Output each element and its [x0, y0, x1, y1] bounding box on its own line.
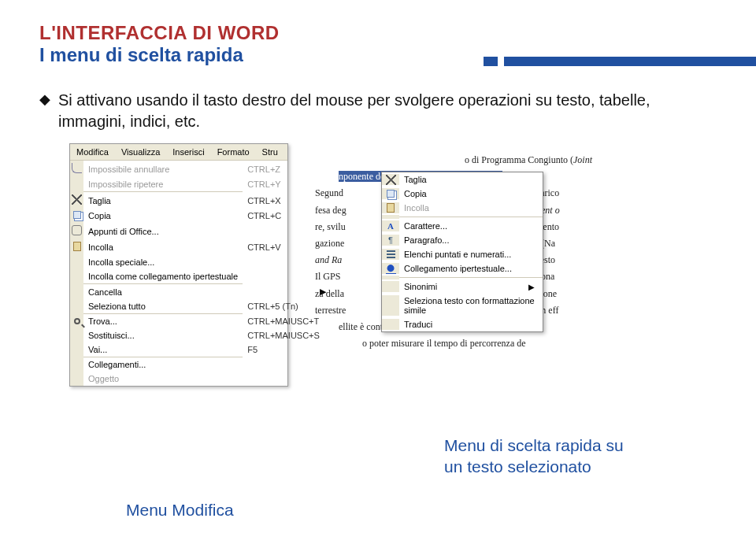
context-menu-item[interactable]: Elenchi puntati e numerati... — [382, 247, 543, 261]
context-menu-figure: o di Programma Congiunto (Joint nponente… — [312, 148, 650, 408]
menu-item-label: Cancella — [83, 284, 243, 299]
header-accent-small — [484, 57, 498, 66]
link-icon: ⬤ — [382, 263, 399, 274]
context-menu-item[interactable]: Taglia — [382, 172, 543, 187]
context-menu-item: Incolla — [382, 201, 543, 215]
copy-icon — [70, 209, 83, 223]
cut-icon — [70, 192, 83, 209]
menu-item[interactable]: Trova...CTRL+MAIUSC+T — [70, 314, 331, 328]
bullet-icon: ◆ — [39, 90, 50, 109]
blank-icon — [70, 342, 83, 357]
menu-item-label: Vai... — [83, 342, 243, 357]
blank-icon — [70, 284, 83, 299]
menubar-item[interactable]: Stru — [256, 146, 284, 158]
menubar-item[interactable]: Modifica — [70, 146, 115, 158]
menu-item[interactable]: CopiaCTRL+C — [70, 209, 331, 223]
paste-icon — [70, 239, 83, 255]
context-menu-label: Collegamento ipertestuale... — [404, 263, 538, 274]
list-icon — [382, 249, 399, 260]
context-menu-item[interactable]: ACarattere... — [382, 219, 543, 233]
blank-icon — [382, 281, 399, 292]
menu-item-label: Incolla — [83, 239, 243, 255]
menu-item-label: Oggetto — [83, 372, 243, 386]
menu-item-label: Incolla come collegamento ipertestuale — [83, 269, 243, 283]
menubar-item[interactable]: Inserisci — [166, 146, 210, 158]
menu-item[interactable]: Sostituisci...CTRL+MAIUSC+S — [70, 328, 331, 342]
context-menu-label: Sinonimi — [404, 281, 528, 292]
menu-item-label: Impossibile ripetere — [83, 177, 243, 191]
title-line-1: L'INTERFACCIA DI WORD — [39, 22, 756, 44]
menu-item[interactable]: TagliaCTRL+X — [70, 192, 331, 209]
context-menu-label: Taglia — [404, 174, 538, 185]
blank-icon — [70, 372, 83, 386]
char-icon: A — [382, 220, 399, 231]
modifica-menu-items: Impossibile annullareCTRL+ZImpossibile r… — [70, 161, 331, 386]
submenu-arrow-icon: ▶ — [528, 283, 538, 291]
body-bullet: ◆ Si attivano usando il tasto destro del… — [0, 66, 756, 143]
menu-item[interactable]: Cancella▶ — [70, 284, 331, 299]
cut-icon — [382, 174, 399, 185]
menu-item-label: Copia — [83, 209, 243, 223]
clip-icon — [70, 223, 83, 239]
paste-icon — [382, 202, 399, 213]
context-menu-panel: TagliaCopiaIncollaACarattere...¶Paragraf… — [381, 172, 543, 332]
context-menu-item[interactable]: Seleziona testo con formattazione simile — [382, 294, 543, 317]
menu-item-label: Impossibile annullare — [83, 161, 243, 177]
caption-modifica-menu: Menu Modifica — [126, 501, 234, 520]
find-icon — [70, 314, 83, 328]
context-menu-label: Copia — [404, 188, 538, 199]
context-menu-item[interactable]: Traduci — [382, 317, 543, 331]
copy-icon — [382, 188, 399, 199]
menubar-item[interactable]: Formato — [211, 146, 256, 158]
menu-item-label: Appunti di Office... — [83, 223, 243, 239]
context-menu-label: Carattere... — [404, 220, 538, 231]
menu-item-label: Trova... — [83, 314, 243, 328]
context-menu-label: Paragrafo... — [404, 235, 538, 246]
undo-icon — [70, 161, 83, 177]
menu-item[interactable]: Incolla come collegamento ipertestuale — [70, 269, 331, 283]
blank-icon — [70, 299, 83, 313]
menu-item-label: Seleziona tutto — [83, 299, 243, 313]
blank-icon — [70, 255, 83, 269]
menu-item-label: Incolla speciale... — [83, 255, 243, 269]
blank-icon — [70, 269, 83, 283]
menu-item-label: Collegamenti... — [83, 357, 243, 372]
menu-item[interactable]: Collegamenti... — [70, 357, 331, 372]
menu-item[interactable]: Appunti di Office... — [70, 223, 331, 239]
menu-item-label: Taglia — [83, 192, 243, 209]
context-menu-label: Incolla — [404, 202, 538, 213]
menubar: Modifica Visualizza Inserisci Formato St… — [70, 144, 287, 161]
menu-item[interactable]: IncollaCTRL+V — [70, 239, 331, 255]
blank-icon — [70, 357, 83, 372]
para-icon: ¶ — [382, 235, 399, 246]
menubar-item[interactable]: Visualizza — [115, 146, 166, 158]
blank-icon — [382, 319, 399, 330]
menu-item: Impossibile ripetereCTRL+Y — [70, 177, 331, 191]
menu-item[interactable]: Seleziona tuttoCTRL+5 (Tn) — [70, 299, 331, 313]
caption-context-menu: Menu di scelta rapida su un testo selezi… — [444, 435, 624, 478]
slide-header: L'INTERFACCIA DI WORD I menu di scelta r… — [0, 0, 756, 66]
blank-icon — [382, 295, 399, 316]
body-text: Si attivano usando il tasto destro del m… — [58, 90, 717, 132]
menu-item[interactable]: Vai...F5 — [70, 342, 331, 357]
context-menu-item[interactable]: ⬤Collegamento ipertestuale... — [382, 261, 543, 276]
context-menu-label: Seleziona testo con formattazione simile — [404, 295, 538, 316]
context-menu-item[interactable]: ¶Paragrafo... — [382, 233, 543, 247]
header-accent-bar — [504, 57, 756, 66]
menu-item-label: Sostituisci... — [83, 328, 243, 342]
context-menu-label: Traduci — [404, 319, 538, 330]
context-menu-label: Elenchi puntati e numerati... — [404, 249, 538, 260]
blank-icon — [70, 328, 83, 342]
menu-item: Oggetto — [70, 372, 331, 386]
context-menu-item[interactable]: Sinonimi▶ — [382, 279, 543, 294]
context-menu-item[interactable]: Copia — [382, 187, 543, 201]
blank-icon — [70, 177, 83, 191]
modifica-menu-panel: Modifica Visualizza Inserisci Formato St… — [69, 143, 288, 387]
menu-item: Impossibile annullareCTRL+Z — [70, 161, 331, 177]
menu-item[interactable]: Incolla speciale... — [70, 255, 331, 269]
